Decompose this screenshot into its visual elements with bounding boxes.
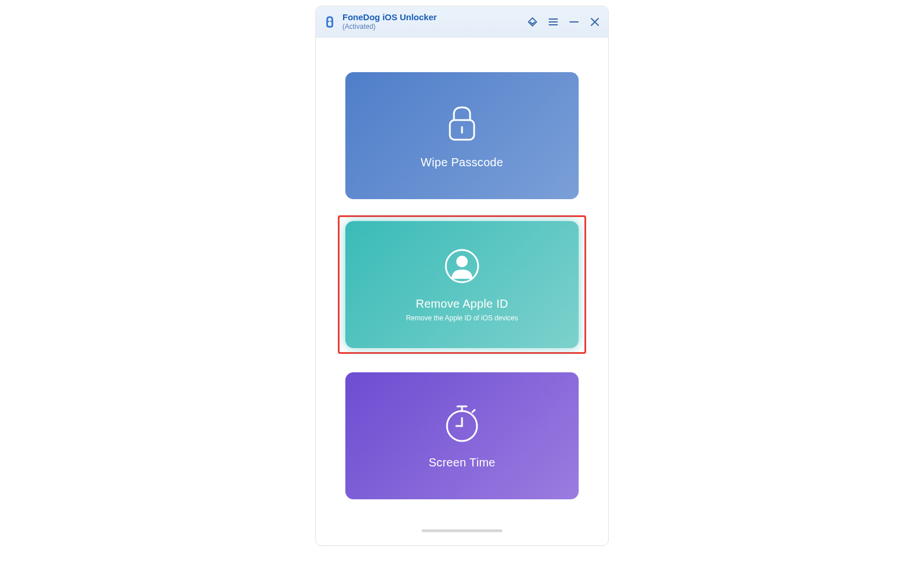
remove-apple-id-subtitle: Remove the Apple ID of iOS devices [406, 314, 518, 322]
title-bar: FoneDog iOS Unlocker (Activated) [316, 6, 608, 38]
title-text-block: FoneDog iOS Unlocker (Activated) [342, 12, 526, 31]
remove-apple-id-card[interactable]: Remove Apple ID Remove the Apple ID of i… [345, 221, 579, 348]
screen-time-card[interactable]: Screen Time [345, 372, 579, 499]
title-controls [526, 16, 601, 28]
minimize-button[interactable] [568, 16, 580, 28]
menu-icon[interactable] [547, 16, 560, 28]
svg-point-1 [330, 20, 332, 22]
svg-point-11 [456, 256, 468, 267]
remove-apple-id-title: Remove Apple ID [416, 297, 508, 311]
svg-point-0 [328, 20, 330, 22]
highlight-frame: Remove Apple ID Remove the Apple ID of i… [338, 215, 586, 354]
app-title: FoneDog iOS Unlocker [342, 12, 526, 23]
svg-line-17 [472, 410, 475, 412]
stopwatch-icon [444, 403, 480, 446]
wipe-passcode-card[interactable]: Wipe Passcode [345, 72, 579, 199]
person-icon [444, 248, 480, 287]
close-button[interactable] [588, 16, 601, 28]
app-logo-icon [323, 15, 337, 29]
app-status: (Activated) [342, 23, 526, 31]
screen-time-title: Screen Time [429, 456, 495, 469]
main-content: Wipe Passcode Remove Apple ID Remove the… [316, 38, 608, 529]
app-window: FoneDog iOS Unlocker (Activated) [315, 6, 609, 546]
handle-bar[interactable] [422, 529, 502, 532]
wipe-passcode-title: Wipe Passcode [421, 156, 504, 169]
lock-icon [444, 103, 480, 145]
feedback-icon[interactable] [526, 16, 539, 28]
bottom-handle [316, 529, 608, 545]
